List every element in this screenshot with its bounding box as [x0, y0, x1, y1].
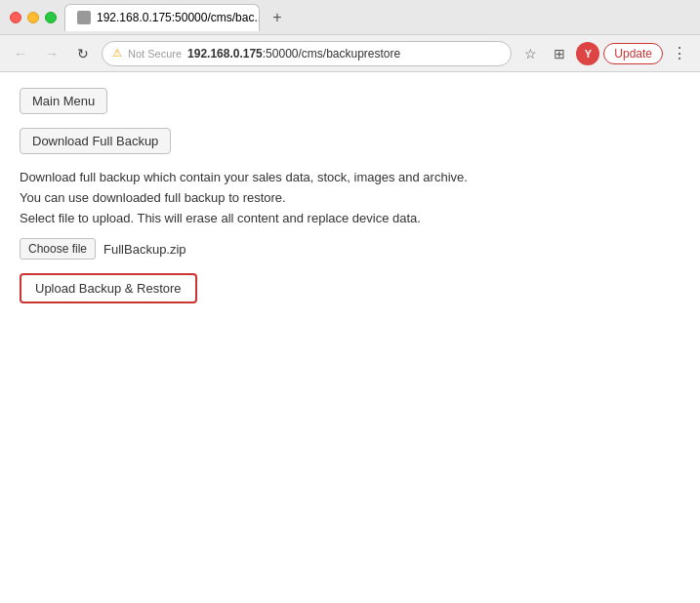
desc-line-1: Download full backup which contain your …	[20, 168, 680, 188]
file-name-label: FullBackup.zip	[103, 242, 186, 257]
address-text: 192.168.0.175:50000/cms/backuprestore	[187, 47, 400, 60]
upload-backup-restore-button[interactable]: Upload Backup & Restore	[20, 273, 197, 303]
nav-actions: ☆ ⊞ Y Update ⋮	[517, 41, 692, 66]
page-content: Main Menu Download Full Backup Download …	[0, 72, 700, 603]
forward-button[interactable]: →	[39, 41, 64, 66]
address-bar[interactable]: ⚠ Not Secure 192.168.0.175:50000/cms/bac…	[102, 41, 512, 66]
minimize-button[interactable]	[27, 12, 39, 23]
choose-file-button[interactable]: Choose file	[20, 238, 96, 260]
file-input-row: Choose file FullBackup.zip	[20, 238, 680, 260]
address-bold: 192.168.0.175	[187, 47, 263, 60]
description-block: Download full backup which contain your …	[20, 168, 680, 228]
address-path: :50000/cms/backuprestore	[263, 47, 400, 60]
update-button[interactable]: Update	[603, 43, 663, 64]
back-button[interactable]: ←	[8, 41, 33, 66]
close-button[interactable]	[10, 12, 21, 23]
nav-bar: ← → ↻ ⚠ Not Secure 192.168.0.175:50000/c…	[0, 35, 700, 72]
tab-bar: 192.168.0.175:50000/cms/bac... ✕ +	[64, 4, 690, 31]
security-label: Not Secure	[128, 48, 182, 60]
desc-line-2: You can use downloaded full backup to re…	[20, 188, 680, 209]
avatar[interactable]: Y	[576, 42, 599, 65]
maximize-button[interactable]	[45, 12, 57, 23]
bookmark-icon[interactable]: ☆	[517, 41, 543, 66]
title-bar: 192.168.0.175:50000/cms/bac... ✕ +	[0, 0, 700, 35]
tab-title: 192.168.0.175:50000/cms/bac...	[97, 11, 260, 24]
security-warning-icon: ⚠	[112, 47, 122, 60]
tab-favicon	[77, 11, 91, 24]
active-tab[interactable]: 192.168.0.175:50000/cms/bac... ✕	[64, 4, 260, 31]
menu-icon[interactable]: ⋮	[667, 41, 692, 66]
reload-button[interactable]: ↻	[70, 41, 96, 66]
new-tab-button[interactable]: +	[266, 6, 289, 29]
desc-line-3: Select file to upload. This will erase a…	[20, 209, 680, 229]
main-menu-button[interactable]: Main Menu	[20, 88, 107, 114]
extensions-icon[interactable]: ⊞	[547, 41, 572, 66]
download-full-backup-button[interactable]: Download Full Backup	[20, 128, 171, 154]
traffic-lights	[10, 12, 57, 23]
